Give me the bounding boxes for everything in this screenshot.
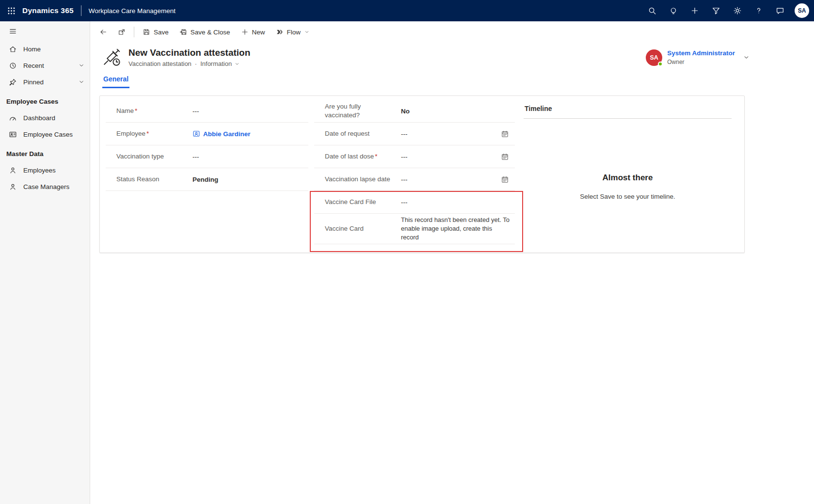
date-picker-button[interactable]: [501, 175, 509, 184]
field-label: Vaccination type: [116, 152, 192, 161]
field-value-status-reason[interactable]: Pending: [192, 176, 218, 183]
presence-indicator: [658, 62, 663, 66]
field-value-date-of-last-dose[interactable]: ---: [401, 153, 408, 160]
popout-button[interactable]: [112, 24, 131, 40]
employee-lookup-link[interactable]: Abbie Gardiner: [192, 130, 251, 138]
sidebar-item-label: Home: [23, 46, 41, 53]
settings-button[interactable]: [727, 0, 748, 21]
flow-button[interactable]: Flow: [271, 24, 316, 40]
contact-lookup-icon: [192, 130, 200, 138]
employee-lookup-label: Abbie Gardiner: [203, 130, 251, 138]
flow-icon: [276, 28, 284, 36]
app-name[interactable]: Workplace Care Management: [89, 7, 176, 15]
timeline-panel: Timeline Almost there Select Save to see…: [524, 100, 732, 200]
field-value-vaccination-lapse-date[interactable]: ---: [401, 176, 408, 183]
sidebar-item-pinned[interactable]: Pinned: [0, 74, 90, 90]
sidebar-section-master-data: Master Data: [0, 142, 90, 162]
field-label: Name*: [116, 107, 192, 115]
entity-name: Vaccination attestation: [128, 60, 192, 67]
gear-icon: [733, 6, 742, 15]
new-button[interactable]: New: [236, 24, 271, 40]
plus-icon: [241, 28, 249, 36]
field-value-date-of-request[interactable]: ---: [401, 130, 408, 138]
field-label: Status Reason: [116, 175, 192, 184]
timeline-empty-heading: Almost there: [524, 173, 732, 183]
general-section-card: Name* --- Employee* Abbie Gardiner Vacci…: [99, 95, 745, 253]
tab-general[interactable]: General: [102, 73, 129, 88]
header-expand-button[interactable]: [743, 54, 750, 61]
search-button[interactable]: [641, 0, 663, 21]
field-row-fully-vaccinated: Are you fully vaccinated? No: [314, 100, 515, 123]
field-row-vaccination-type: Vaccination type ---: [106, 145, 308, 168]
form-selector[interactable]: Information: [200, 60, 240, 67]
sitemap-sidebar: Home Recent Pinned Employee Cases Dashbo…: [0, 21, 90, 504]
field-row-name: Name* ---: [106, 100, 308, 123]
form-column-left: Name* --- Employee* Abbie Gardiner Vacci…: [106, 100, 308, 191]
date-picker-button[interactable]: [501, 153, 509, 161]
save-icon: [143, 28, 150, 36]
new-button-label: New: [252, 29, 265, 36]
owner-name-link[interactable]: System Administrator: [667, 49, 735, 57]
sidebar-item-employee-cases[interactable]: Employee Cases: [0, 126, 90, 142]
save-button[interactable]: Save: [137, 24, 174, 40]
subtitle-separator: ·: [195, 60, 197, 67]
chevron-down-icon: [743, 54, 750, 61]
search-icon: [648, 6, 656, 15]
chevron-down-icon: [234, 61, 240, 67]
chevron-down-icon: [78, 79, 85, 85]
feedback-button[interactable]: [769, 0, 791, 21]
date-picker-button[interactable]: [501, 130, 509, 138]
owner-avatar: SA: [646, 49, 662, 66]
back-button[interactable]: [94, 24, 112, 40]
field-label: Are you fully vaccinated?: [325, 102, 401, 120]
sidebar-item-dashboard[interactable]: Dashboard: [0, 110, 90, 126]
form-column-middle: Are you fully vaccinated? No Date of req…: [314, 100, 515, 244]
field-value-fully-vaccinated[interactable]: No: [401, 108, 410, 115]
sidebar-item-recent[interactable]: Recent: [0, 57, 90, 74]
back-arrow-icon: [99, 28, 107, 36]
owner-field[interactable]: SA System Administrator Owner: [646, 49, 735, 66]
app-launcher-button[interactable]: [0, 0, 22, 21]
sidebar-item-case-managers[interactable]: Case Managers: [0, 178, 90, 195]
owner-role-label: Owner: [667, 59, 735, 65]
question-icon: [754, 6, 763, 15]
field-label: Employee*: [116, 129, 192, 138]
sidebar-item-label: Recent: [23, 62, 44, 69]
save-and-close-button[interactable]: Save & Close: [174, 24, 236, 40]
required-marker: *: [375, 153, 377, 160]
dynamics-brand[interactable]: Dynamics 365: [22, 6, 74, 15]
sidebar-item-employees[interactable]: Employees: [0, 162, 90, 178]
field-label: Vaccine Card: [325, 224, 401, 233]
calendar-icon: [501, 130, 509, 138]
chevron-down-icon: [304, 29, 310, 35]
field-value-vaccine-card: This record hasn't been created yet. To …: [401, 216, 511, 242]
save-button-label: Save: [154, 29, 169, 36]
field-value-vaccination-type[interactable]: ---: [192, 153, 199, 160]
account-menu-button[interactable]: SA: [795, 3, 809, 18]
top-navigation-bar: Dynamics 365 Workplace Care Management S…: [0, 0, 814, 21]
waffle-icon: [7, 7, 16, 15]
field-row-vaccine-card: Vaccine Card This record hasn't been cre…: [314, 214, 515, 244]
field-value-name[interactable]: ---: [192, 108, 199, 115]
form-header: New Vaccination attestation Vaccination …: [90, 43, 814, 69]
field-row-date-of-request: Date of request ---: [314, 123, 515, 145]
sitemap-toggle-button[interactable]: [9, 27, 17, 35]
field-value-vaccine-card-file[interactable]: ---: [401, 199, 408, 206]
save-close-icon: [179, 28, 187, 36]
sidebar-section-employee-cases: Employee Cases: [0, 90, 90, 110]
field-label: Vaccination lapse date: [325, 175, 401, 184]
quick-create-button[interactable]: [684, 0, 705, 21]
help-button[interactable]: [748, 0, 769, 21]
sidebar-item-home[interactable]: Home: [0, 41, 90, 57]
insights-button[interactable]: [663, 0, 684, 21]
form-tabs: General: [90, 73, 814, 88]
contact-card-icon: [9, 130, 17, 139]
sidebar-item-label: Employee Cases: [23, 131, 73, 138]
required-marker: *: [135, 107, 137, 114]
command-bar: Save Save & Close New Flow: [90, 21, 814, 43]
sidebar-item-label: Pinned: [23, 79, 44, 86]
timeline-empty-message: Select Save to see your timeline.: [524, 193, 732, 200]
field-row-employee: Employee* Abbie Gardiner: [106, 123, 308, 145]
filter-button[interactable]: [705, 0, 727, 21]
owner-avatar-initials: SA: [650, 54, 658, 61]
